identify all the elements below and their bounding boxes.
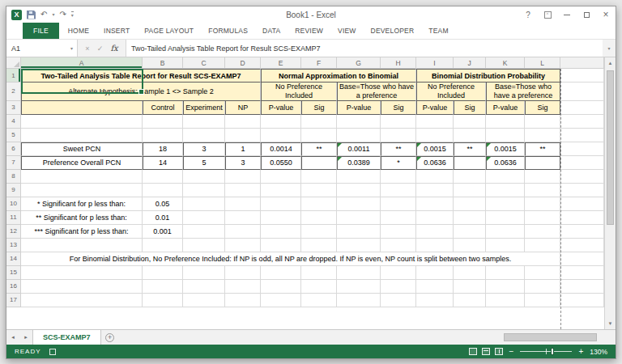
qat-customize-icon[interactable]: ▾	[71, 11, 74, 18]
empty-cell[interactable]	[486, 294, 525, 307]
empty-cell[interactable]	[416, 184, 454, 197]
column-header-c[interactable]: C	[183, 57, 225, 69]
cell-header-sig[interactable]: Sig	[454, 101, 486, 115]
minimize-button[interactable]	[557, 6, 577, 23]
ribbon-tab-file[interactable]: FILE	[23, 23, 59, 39]
empty-cell[interactable]	[301, 294, 337, 307]
cell-note-value[interactable]: 0.001	[143, 225, 183, 239]
row-header-7[interactable]: 7	[6, 156, 21, 170]
row-header-3[interactable]: 3	[6, 101, 21, 115]
zoom-slider[interactable]	[520, 351, 572, 352]
cell-header-pvalue[interactable]: P-value	[486, 101, 525, 115]
empty-cell[interactable]	[261, 129, 301, 142]
empty-cell[interactable]	[381, 184, 416, 197]
empty-cell[interactable]	[21, 294, 143, 307]
empty-cell[interactable]	[486, 266, 525, 280]
empty-cell[interactable]	[225, 115, 261, 129]
empty-cell[interactable]	[261, 266, 301, 280]
empty-cell[interactable]	[261, 211, 301, 225]
empty-cell[interactable]	[381, 266, 416, 280]
empty-cell[interactable]	[525, 197, 560, 211]
empty-cell[interactable]	[261, 170, 301, 184]
empty-cell[interactable]	[416, 225, 454, 239]
empty-cell[interactable]	[21, 239, 143, 252]
empty-cell[interactable]	[21, 280, 143, 294]
zoom-level[interactable]: 130%	[590, 348, 611, 356]
sheet-nav-prev-icon[interactable]: ◂	[6, 330, 19, 345]
empty-cell[interactable]	[301, 115, 337, 129]
ribbon-tab-review[interactable]: REVIEW	[288, 23, 330, 39]
vertical-scrollbar-track[interactable]	[605, 69, 616, 318]
formula-bar-expand-icon[interactable]: ▾	[603, 40, 616, 57]
empty-cell[interactable]	[560, 239, 604, 252]
empty-cell[interactable]	[381, 239, 416, 252]
empty-cell[interactable]	[525, 239, 560, 252]
empty-cell[interactable]	[183, 211, 225, 225]
empty-cell[interactable]	[337, 280, 381, 294]
empty-cell[interactable]	[183, 266, 225, 280]
cell-sig[interactable]	[525, 156, 560, 170]
page-layout-view-icon[interactable]	[482, 348, 490, 355]
empty-cell[interactable]	[525, 266, 560, 280]
empty-cell[interactable]	[261, 197, 301, 211]
ribbon-display-options-button[interactable]: ^	[538, 6, 557, 23]
empty-cell[interactable]	[416, 239, 454, 252]
empty-cell[interactable]	[337, 184, 381, 197]
cell-note-value[interactable]: 0.05	[143, 197, 183, 211]
row-header-13[interactable]: 13	[6, 239, 21, 252]
empty-cell[interactable]	[225, 129, 261, 142]
row-header-15[interactable]: 15	[6, 266, 21, 280]
cell-pvalue[interactable]: 0.0014	[261, 142, 301, 156]
empty-cell[interactable]	[261, 294, 301, 307]
empty-cell[interactable]	[560, 156, 604, 170]
cell-footnote[interactable]: For Binomial Distribution, No Preference…	[21, 252, 560, 266]
empty-cell[interactable]	[337, 170, 381, 184]
cell-header-experiment[interactable]: Experiment	[183, 101, 225, 115]
empty-cell[interactable]	[301, 211, 337, 225]
cell-sub-no-pref-2[interactable]: No Preference Included	[416, 83, 486, 101]
empty-cell[interactable]	[486, 239, 525, 252]
vertical-scrollbar-thumb[interactable]	[607, 70, 614, 225]
empty-cell[interactable]	[525, 280, 560, 294]
cell-header-control[interactable]: Control	[143, 101, 183, 115]
cell-hypothesis[interactable]: Alternate Hypothesis: Sample 1 <> Sample…	[21, 83, 261, 101]
cell-note-label[interactable]: * Significant for p less than:	[21, 197, 143, 211]
cell-sig[interactable]	[454, 156, 486, 170]
cell-pvalue[interactable]: 0.0015	[416, 142, 454, 156]
ribbon-tab-developer[interactable]: DEVELOPER	[364, 23, 422, 39]
row-header-14[interactable]: 14	[6, 252, 21, 266]
empty-cell[interactable]	[21, 170, 143, 184]
empty-cell[interactable]	[486, 115, 525, 129]
vertical-scrollbar[interactable]: ▲ ▼	[604, 57, 616, 329]
column-header-d[interactable]: D	[225, 57, 261, 69]
empty-cell[interactable]	[486, 129, 525, 142]
cell-control[interactable]: 18	[143, 142, 183, 156]
zoom-out-icon[interactable]: −	[508, 348, 516, 356]
empty-cell[interactable]	[454, 280, 486, 294]
undo-dropdown-icon[interactable]: ▾	[52, 12, 54, 17]
restore-button[interactable]	[577, 6, 596, 23]
cell-pvalue[interactable]: 0.0015	[486, 142, 525, 156]
empty-cell[interactable]	[225, 211, 261, 225]
empty-cell[interactable]	[381, 129, 416, 142]
empty-cell[interactable]	[416, 211, 454, 225]
empty-cell[interactable]	[454, 170, 486, 184]
empty-cell[interactable]	[525, 170, 560, 184]
empty-cell[interactable]	[261, 184, 301, 197]
insert-function-icon[interactable]: fx	[110, 44, 117, 53]
empty-cell[interactable]	[381, 115, 416, 129]
row-header-12[interactable]: 12	[6, 225, 21, 239]
cell-note-label[interactable]: ** Significant for p less than:	[21, 211, 143, 225]
cell-pvalue[interactable]: 0.0011	[337, 142, 381, 156]
empty-cell[interactable]	[301, 280, 337, 294]
empty-cell[interactable]	[416, 266, 454, 280]
empty-cell[interactable]	[560, 115, 604, 129]
empty-cell[interactable]	[454, 266, 486, 280]
empty-cell[interactable]	[183, 170, 225, 184]
empty-cell[interactable]	[381, 211, 416, 225]
empty-cell[interactable]	[486, 184, 525, 197]
name-box[interactable]: A1 ▾	[6, 40, 78, 57]
empty-cell[interactable]	[486, 225, 525, 239]
empty-cell[interactable]	[143, 280, 183, 294]
zoom-in-icon[interactable]: +	[577, 348, 585, 356]
